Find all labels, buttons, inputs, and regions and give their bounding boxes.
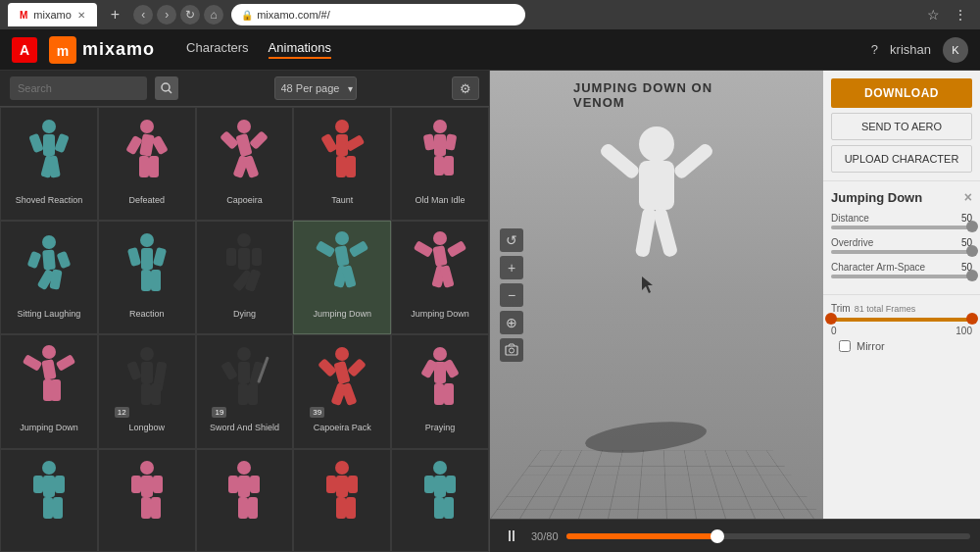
list-item[interactable]: Shoved Reaction (0, 107, 98, 221)
list-item[interactable] (98, 449, 196, 552)
svg-rect-19 (250, 130, 270, 150)
playback-bar: ⏸ 30/80 (490, 519, 980, 552)
character-3d (568, 120, 745, 338)
anim-thumb (113, 456, 181, 534)
mirror-row: Mirror (831, 336, 972, 356)
adobe-logo: A (12, 37, 37, 63)
list-item[interactable]: Taunt (293, 107, 391, 221)
svg-rect-77 (238, 362, 250, 383)
list-item[interactable]: Sitting Laughing (0, 221, 98, 334)
svg-rect-45 (151, 270, 161, 291)
per-page-select[interactable]: 48 Per page 12 Per page 24 Per page 96 P… (274, 76, 357, 100)
timeline[interactable] (566, 533, 970, 539)
nav-forward-btn[interactable]: › (157, 5, 176, 25)
play-pause-btn[interactable]: ⏸ (500, 527, 523, 545)
trim-thumb-left[interactable] (825, 313, 837, 325)
trim-frames: 81 total Frames (855, 304, 916, 314)
figure-svg (313, 117, 371, 190)
mixamo-logo: m mixamo (49, 36, 155, 64)
left-toolbar: 48 Per page 12 Per page 24 Per page 96 P… (0, 71, 489, 107)
param-slider-distance[interactable] (831, 226, 972, 229)
anim-badge: 19 (212, 407, 226, 418)
list-item[interactable] (293, 449, 391, 552)
list-item[interactable]: 12 Longbow (98, 334, 196, 448)
send-to-aero-button[interactable]: SEND TO AERO (831, 113, 972, 140)
list-item[interactable]: Jumping Down (293, 221, 391, 334)
list-item[interactable]: Old Man Idle (391, 107, 489, 221)
svg-point-58 (433, 231, 447, 245)
list-item[interactable]: Defeated (98, 107, 196, 221)
vp-camera-btn[interactable] (500, 338, 523, 362)
svg-rect-49 (252, 248, 262, 266)
list-item[interactable]: Reaction (98, 221, 196, 334)
vp-zoom-out-btn[interactable]: − (500, 283, 523, 307)
svg-point-2 (162, 83, 170, 91)
param-slider-thumb-overdrive[interactable] (966, 245, 978, 257)
svg-rect-53 (335, 245, 350, 267)
svg-rect-35 (42, 249, 56, 270)
sidebar-close-btn[interactable]: × (964, 189, 972, 205)
nav-back-btn[interactable]: ‹ (133, 5, 153, 25)
upload-character-button[interactable]: UPLOAD CHARACTER (831, 145, 972, 173)
vp-zoom-in-btn[interactable]: + (500, 256, 523, 279)
nav-characters[interactable]: Characters (186, 40, 249, 59)
user-avatar[interactable]: K (943, 37, 968, 63)
trim-thumb-right[interactable] (966, 313, 978, 325)
param-slider-armspace[interactable] (831, 275, 972, 278)
viewport[interactable]: JUMPING DOWN ON VENOM (490, 71, 823, 519)
list-item[interactable]: Capoeira (196, 107, 294, 221)
list-item[interactable] (196, 449, 294, 552)
list-item[interactable]: Dying (196, 221, 294, 334)
param-label-armspace: Character Arm-Space 50 (831, 262, 972, 273)
param-slider-thumb-distance[interactable] (966, 221, 978, 232)
param-slider-thumb-armspace[interactable] (966, 270, 978, 281)
download-button[interactable]: DOWNLOAD (831, 78, 972, 108)
svg-rect-75 (151, 383, 161, 405)
svg-rect-15 (149, 156, 159, 177)
nav-animations[interactable]: Animations (269, 40, 331, 59)
param-label-distance: Distance 50 (831, 213, 972, 224)
help-btn[interactable]: ? (871, 42, 878, 57)
anim-thumb (210, 227, 278, 306)
list-item[interactable] (0, 449, 98, 552)
left-panel: 48 Per page 12 Per page 24 Per page 96 P… (0, 71, 490, 552)
figure-svg (313, 230, 371, 304)
nav-refresh-btn[interactable]: ↻ (180, 5, 200, 25)
list-item[interactable] (391, 449, 489, 552)
search-input[interactable] (10, 76, 147, 100)
svg-rect-106 (151, 497, 161, 519)
browser-tab[interactable]: M mixamo ✕ (8, 3, 97, 26)
svg-rect-128 (672, 141, 714, 180)
svg-rect-59 (432, 245, 447, 267)
trim-slider[interactable] (831, 318, 972, 322)
adobe-logo-text: A (20, 42, 29, 58)
vp-rotate-btn[interactable]: ↺ (500, 228, 523, 252)
sidebar-buttons: DOWNLOAD SEND TO AERO UPLOAD CHARACTER (823, 71, 980, 180)
list-item[interactable]: 39 Capoeira Pack (293, 334, 391, 448)
mirror-checkbox[interactable] (839, 340, 851, 352)
new-tab-btn[interactable]: + (105, 6, 125, 24)
svg-rect-123 (434, 497, 444, 519)
mixamo-icon-svg: m (49, 36, 76, 64)
nav-home-btn[interactable]: ⌂ (204, 5, 223, 25)
browser-menu-btn[interactable]: ⋮ (949, 7, 972, 23)
anim-thumb (15, 341, 83, 420)
anim-label: Defeated (128, 195, 165, 206)
settings-btn[interactable]: ⚙ (452, 76, 479, 100)
svg-rect-108 (238, 476, 250, 497)
anim-thumb (406, 341, 474, 420)
list-item[interactable]: Jumping Down (0, 334, 98, 448)
sidebar-params-section: Jumping Down × Distance 50 (823, 180, 980, 294)
search-btn[interactable] (155, 76, 178, 100)
list-item[interactable]: Jumping Down (391, 221, 489, 334)
list-item[interactable]: 19 Sword And Shield (196, 334, 294, 448)
vp-fit-btn[interactable]: ⊕ (500, 311, 523, 334)
svg-rect-44 (141, 270, 151, 291)
timeline-thumb[interactable] (710, 529, 724, 543)
address-bar[interactable]: 🔒 mixamo.com/#/ (231, 4, 525, 25)
tab-close-btn[interactable]: ✕ (77, 10, 85, 21)
list-item[interactable]: Praying (391, 334, 489, 448)
browser-bookmark-btn[interactable]: ☆ (921, 7, 945, 23)
param-slider-overdrive[interactable] (831, 250, 972, 254)
svg-rect-110 (250, 476, 260, 493)
